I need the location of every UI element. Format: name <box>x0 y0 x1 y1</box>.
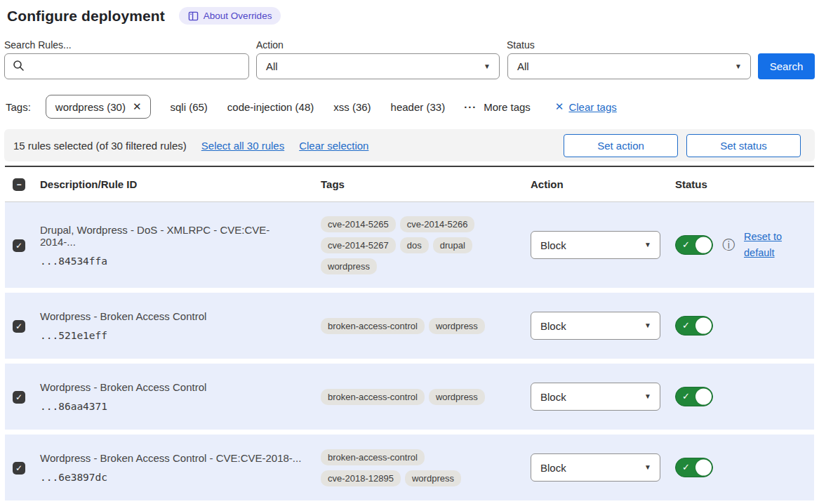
check-icon: ✓ <box>682 320 690 331</box>
close-icon: ✕ <box>555 100 564 113</box>
rule-action-select[interactable]: Block ▼ <box>531 231 660 259</box>
book-icon <box>188 11 199 21</box>
status-filter-value: All <box>517 60 529 72</box>
check-icon: ✓ <box>682 462 690 472</box>
row-checkbox[interactable]: ✓ <box>13 239 25 252</box>
page-title: Configure deployment <box>7 8 165 25</box>
set-action-button[interactable]: Set action <box>564 134 678 157</box>
tag-pill: wordpress <box>429 318 485 334</box>
row-checkbox[interactable]: ✓ <box>13 462 25 475</box>
table-row: ✓ Drupal, Wordpress - DoS - XMLRPC - CVE… <box>5 202 814 288</box>
select-all-checkbox[interactable]: − <box>13 178 25 191</box>
tag-list: sqli (65)code-injection (48)xss (36)head… <box>170 101 445 113</box>
column-header-tags: Tags <box>321 178 531 190</box>
rule-action-select[interactable]: Block ▼ <box>531 383 660 411</box>
tag-pill: wordpress <box>429 389 485 405</box>
action-filter-field: Action All ▼ <box>256 39 500 79</box>
tag-item[interactable]: code-injection (48) <box>227 101 314 113</box>
chevron-down-icon: ▼ <box>644 322 651 329</box>
rule-description: Wordpress - Broken Access Control - CVE:… <box>40 452 304 464</box>
rule-status-toggle[interactable]: ✓ <box>675 316 713 336</box>
table-row: ✓ Wordpress - Broken Access Control - CV… <box>5 435 814 500</box>
clear-tags-link[interactable]: ✕ Clear tags <box>555 100 617 113</box>
set-status-button[interactable]: Set status <box>686 134 801 157</box>
rule-description: Drupal, Wordpress - DoS - XMLRPC - CVE:C… <box>40 224 304 248</box>
info-icon[interactable]: ⓘ <box>722 239 735 251</box>
tag-pill: cve-2018-12895 <box>321 470 401 486</box>
rule-action-value: Block <box>540 462 566 474</box>
search-input[interactable] <box>4 53 249 79</box>
check-icon: ✓ <box>682 391 690 402</box>
column-header-action: Action <box>531 178 675 190</box>
rule-tag-pills: broken-access-controlcve-2018-12895wordp… <box>321 449 499 486</box>
action-filter-select[interactable]: All ▼ <box>256 53 500 79</box>
clear-tags-label: Clear tags <box>568 101 616 113</box>
more-tags-button[interactable]: ··· More tags <box>464 101 531 113</box>
rule-status-toggle[interactable]: ✓ <box>675 458 713 477</box>
tag-pill: cve-2014-5265 <box>321 216 396 232</box>
search-button[interactable]: Search <box>758 53 815 79</box>
tag-pill: drupal <box>433 237 472 253</box>
select-all-link[interactable]: Select all 30 rules <box>201 140 284 152</box>
tag-pill: broken-access-control <box>321 318 425 334</box>
tag-pill: broken-access-control <box>321 389 425 405</box>
chevron-down-icon: ▼ <box>644 464 651 471</box>
tag-item[interactable]: header (33) <box>391 101 446 113</box>
rule-id: ...84534ffa <box>40 256 304 267</box>
column-header-status: Status <box>675 178 814 190</box>
more-tags-label: More tags <box>484 101 531 113</box>
tag-pill: wordpress <box>321 258 377 274</box>
status-filter-select[interactable]: All ▼ <box>507 53 751 79</box>
action-filter-label: Action <box>256 39 500 51</box>
status-filter-label: Status <box>507 39 751 51</box>
rule-tag-pills: cve-2014-5265cve-2014-5266cve-2014-5267d… <box>321 216 499 274</box>
rule-id: ...521e1eff <box>40 330 304 341</box>
tags-label: Tags: <box>6 101 31 113</box>
selection-bar: 15 rules selected (of 30 filtered rules)… <box>4 129 815 161</box>
table-row: ✓ Wordpress - Broken Access Control ...5… <box>5 293 814 359</box>
rule-action-select[interactable]: Block ▼ <box>531 453 660 482</box>
table-body: ✓ Drupal, Wordpress - DoS - XMLRPC - CVE… <box>5 202 814 500</box>
rule-id: ...86aa4371 <box>40 401 304 412</box>
tag-pill: dos <box>400 237 429 253</box>
search-field: Search Rules... <box>4 39 249 79</box>
remove-tag-icon[interactable]: ✕ <box>133 100 142 113</box>
rule-id: ...6e3897dc <box>40 472 304 483</box>
page-header: Configure deployment About Overrides <box>0 0 819 25</box>
chevron-down-icon: ▼ <box>644 241 651 248</box>
rule-description: Wordpress - Broken Access Control <box>40 381 304 393</box>
status-filter-field: Status All ▼ <box>507 39 751 79</box>
reset-to-default-link[interactable]: Reset to default <box>744 229 789 261</box>
about-overrides-badge[interactable]: About Overrides <box>179 7 281 25</box>
clear-selection-link[interactable]: Clear selection <box>299 140 368 152</box>
tag-pill: cve-2014-5267 <box>321 237 396 253</box>
selected-tag-wordpress[interactable]: wordpress (30) ✕ <box>46 95 152 119</box>
rule-action-select[interactable]: Block ▼ <box>531 312 660 340</box>
chevron-down-icon: ▼ <box>484 63 491 70</box>
chevron-down-icon: ▼ <box>735 63 742 70</box>
row-checkbox[interactable]: ✓ <box>13 320 25 333</box>
rule-action-value: Block <box>540 239 566 251</box>
rule-tag-pills: broken-access-controlwordpress <box>321 389 499 405</box>
rule-action-value: Block <box>540 320 566 332</box>
tag-pill: broken-access-control <box>321 449 425 465</box>
rule-status-toggle[interactable]: ✓ <box>675 387 713 406</box>
rule-description: Wordpress - Broken Access Control <box>40 310 304 322</box>
tags-bar: Tags: wordpress (30) ✕ sqli (65)code-inj… <box>0 95 819 119</box>
rule-status-toggle[interactable]: ✓ <box>675 235 713 255</box>
tag-pill: wordpress <box>405 470 461 486</box>
ellipsis-icon: ··· <box>464 101 477 113</box>
table-header-row: − Description/Rule ID Tags Action Status <box>5 167 814 202</box>
selection-summary: 15 rules selected (of 30 filtered rules) <box>13 140 187 152</box>
chevron-down-icon: ▼ <box>644 393 651 400</box>
rules-table: − Description/Rule ID Tags Action Status… <box>5 166 814 500</box>
tag-item[interactable]: xss (36) <box>333 101 371 113</box>
tag-item[interactable]: sqli (65) <box>170 101 207 113</box>
selected-tag-label: wordpress (30) <box>55 101 126 113</box>
search-icon <box>12 59 25 74</box>
toggle-knob <box>695 318 712 334</box>
filters-bar: Search Rules... Action All ▼ Status <box>0 39 819 79</box>
tag-pill: cve-2014-5266 <box>400 216 475 232</box>
toggle-knob <box>695 460 712 476</box>
row-checkbox[interactable]: ✓ <box>13 391 25 404</box>
